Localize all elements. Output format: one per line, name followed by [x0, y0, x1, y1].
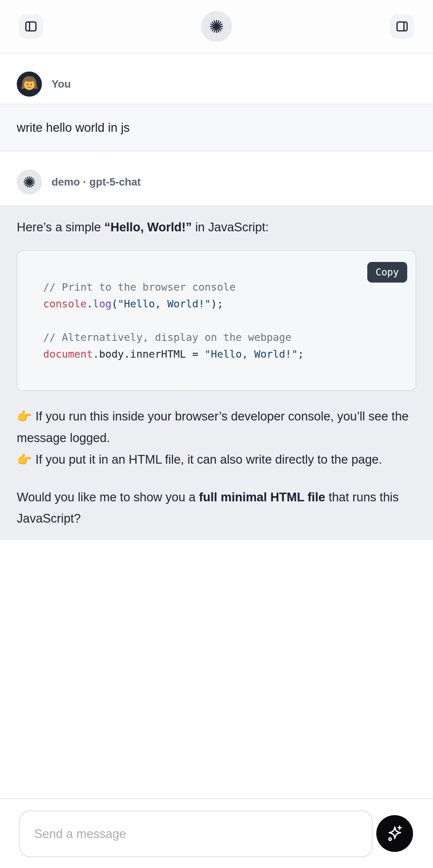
person-emoji-avatar [17, 71, 42, 97]
assistant-sender-row: demo · gpt-5-chat [0, 169, 433, 195]
starburst-icon [23, 176, 36, 188]
user-avatar [17, 71, 42, 97]
assistant-intro-text: Here’s a simple “Hello, World!” in JavaS… [17, 219, 416, 236]
user-message-text: write hello world in js [17, 121, 130, 134]
panel-right-icon [395, 19, 409, 33]
sidebar-toggle-button[interactable] [19, 14, 43, 39]
top-bar [0, 0, 433, 54]
copy-code-button[interactable]: Copy [367, 262, 407, 283]
assistant-message-bubble: Here’s a simple “Hello, World!” in JavaS… [0, 205, 433, 540]
user-message-bubble: write hello world in js [0, 104, 433, 151]
panel-right-toggle-button[interactable] [390, 14, 414, 39]
message-input[interactable] [19, 811, 372, 857]
assistant-sender-label: demo · gpt-5-chat [52, 176, 141, 188]
model-logo-button[interactable] [201, 11, 232, 42]
starburst-logo-icon [209, 19, 224, 34]
panel-left-icon [24, 19, 38, 33]
tip-html-file: 👉 If you put it in an HTML file, it can … [17, 449, 416, 470]
tip-console: 👉 If you run this inside your browser’s … [17, 406, 416, 449]
assistant-question-text: Would you like me to show you a full min… [17, 487, 416, 529]
sparkle-icon [385, 824, 405, 843]
composer-bar [0, 798, 433, 868]
assistant-tips: 👉 If you run this inside your browser’s … [17, 406, 416, 470]
code-block: Copy // Print to the browser consolecons… [17, 250, 416, 391]
assistant-avatar [17, 169, 42, 195]
code-content: // Print to the browser consoleconsole.l… [18, 251, 415, 390]
user-sender-label: You [52, 78, 71, 90]
user-sender-row: You [0, 71, 433, 97]
send-button[interactable] [376, 815, 413, 852]
